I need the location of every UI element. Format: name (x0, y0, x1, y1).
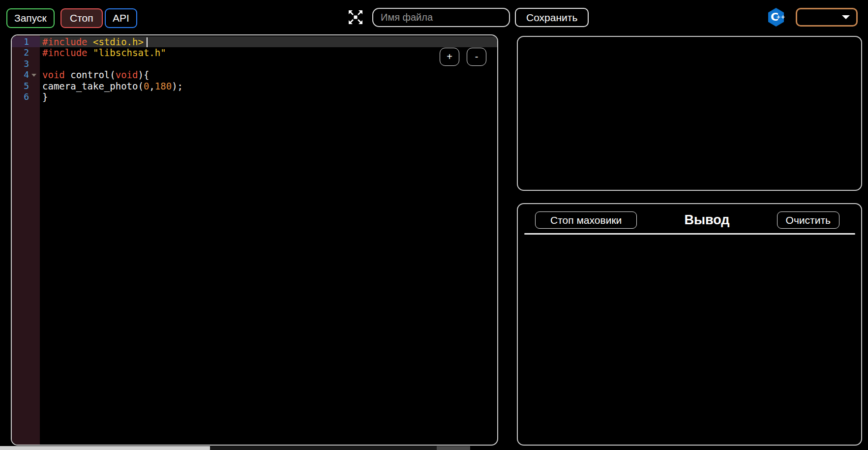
code-line-text[interactable]: camera_take_photo(0,180); (40, 81, 497, 91)
output-panel: Стоп маховики Вывод Очистить (517, 203, 862, 446)
line-number: 4 (12, 69, 40, 80)
run-button[interactable]: Запуск (6, 8, 55, 28)
svg-text:++: ++ (776, 14, 785, 20)
api-button[interactable]: API (105, 8, 137, 28)
code-token: #include (42, 47, 93, 58)
camera-preview-panel (517, 36, 862, 191)
code-line[interactable]: 3 (12, 59, 497, 69)
stop-flywheels-button[interactable]: Стоп маховики (535, 211, 637, 229)
filename-input[interactable] (372, 8, 510, 27)
line-number: 2 (12, 47, 40, 58)
code-line-text[interactable]: } (40, 91, 497, 102)
horizontal-scrollbar-thumb[interactable] (0, 446, 210, 450)
code-token: camera_take_photo( (42, 81, 144, 91)
code-token: ); (172, 81, 183, 91)
code-token: 180 (155, 81, 172, 91)
code-line[interactable]: 4void control(void){ (12, 69, 497, 80)
output-title: Вывод (637, 212, 777, 228)
code-line-text[interactable]: #include "libschsat.h" (40, 47, 497, 58)
output-divider (524, 233, 855, 235)
fold-toggle-icon[interactable] (31, 74, 36, 77)
chevron-down-icon (842, 15, 850, 19)
output-header: Стоп маховики Вывод Очистить (535, 211, 839, 229)
code-line-text[interactable]: #include <stdio.h> (40, 36, 497, 47)
line-number: 1 (12, 36, 40, 47)
code-token: 0 (144, 81, 149, 91)
code-line[interactable]: 2#include "libschsat.h" (12, 47, 497, 58)
code-line-text[interactable] (40, 59, 497, 69)
code-token: <stdio.h> (93, 36, 144, 47)
code-token: void (42, 69, 65, 80)
code-token: } (42, 91, 48, 102)
text-cursor (147, 37, 148, 47)
code-line[interactable]: 6} (12, 91, 497, 102)
cpp-language-icon: C ++ (767, 7, 785, 27)
line-number: 3 (12, 59, 40, 69)
code-line-text[interactable]: void control(void){ (40, 69, 497, 80)
stop-button[interactable]: Стоп (60, 8, 103, 28)
line-number: 6 (12, 91, 40, 102)
code-token: void (116, 69, 138, 80)
clear-output-button[interactable]: Очистить (777, 211, 839, 229)
code-line[interactable]: 5camera_take_photo(0,180); (12, 81, 497, 91)
code-lines: 1#include <stdio.h>2#include "libschsat.… (12, 36, 497, 102)
code-line[interactable]: 1#include <stdio.h> (12, 36, 497, 47)
code-token: control( (65, 69, 116, 80)
code-token: "libschsat.h" (93, 47, 166, 58)
code-token: , (149, 81, 154, 91)
save-button[interactable]: Сохранить (515, 8, 589, 27)
font-size-increase-button[interactable]: + (440, 48, 459, 66)
horizontal-scrollbar-segment (437, 446, 470, 450)
code-token: ){ (138, 69, 149, 80)
font-size-decrease-button[interactable]: - (467, 48, 486, 66)
line-number: 5 (12, 81, 40, 91)
language-select[interactable] (796, 8, 858, 27)
fullscreen-expand-icon[interactable] (347, 9, 364, 26)
code-editor[interactable]: 1#include <stdio.h>2#include "libschsat.… (11, 34, 498, 446)
code-token: #include (42, 36, 93, 47)
